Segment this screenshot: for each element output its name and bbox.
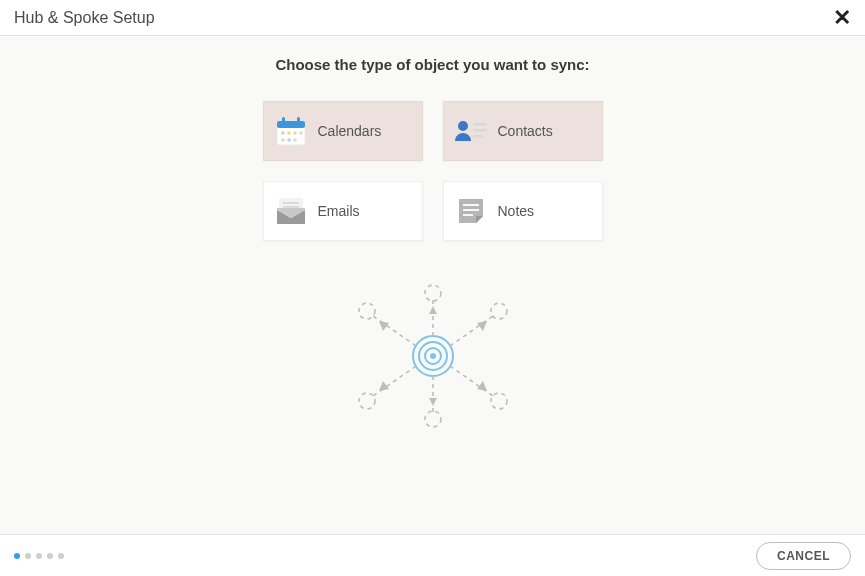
step-dot — [47, 553, 53, 559]
dialog-footer: CANCEL — [0, 534, 865, 576]
svg-point-7 — [299, 131, 303, 135]
option-emails[interactable]: Emails — [263, 181, 423, 241]
cancel-button[interactable]: CANCEL — [756, 542, 851, 570]
svg-rect-2 — [282, 117, 285, 123]
close-icon: ✕ — [833, 5, 851, 30]
step-progress-dots — [14, 553, 64, 559]
option-calendars[interactable]: Calendars — [263, 101, 423, 161]
dialog-header: Hub & Spoke Setup ✕ — [0, 0, 865, 36]
svg-marker-42 — [429, 398, 437, 406]
svg-rect-13 — [473, 129, 487, 132]
svg-point-37 — [359, 393, 375, 409]
svg-rect-21 — [463, 209, 479, 211]
svg-point-8 — [281, 138, 285, 142]
svg-rect-12 — [473, 123, 487, 126]
svg-point-11 — [458, 121, 468, 131]
svg-rect-1 — [277, 121, 305, 128]
option-contacts[interactable]: Contacts — [443, 101, 603, 161]
svg-line-32 — [373, 316, 416, 346]
svg-point-34 — [491, 303, 507, 319]
svg-point-35 — [491, 393, 507, 409]
svg-rect-16 — [283, 202, 299, 204]
note-icon — [444, 196, 498, 226]
svg-point-33 — [425, 285, 441, 301]
calendar-icon — [264, 113, 318, 149]
dialog-content: Choose the type of object you want to sy… — [0, 36, 865, 431]
svg-rect-14 — [473, 135, 483, 138]
svg-rect-3 — [297, 117, 300, 123]
svg-line-29 — [450, 366, 493, 396]
svg-point-10 — [293, 138, 297, 142]
step-dot — [36, 553, 42, 559]
instruction-text: Choose the type of object you want to sy… — [0, 56, 865, 73]
hub-spoke-diagram — [343, 281, 523, 431]
option-notes[interactable]: Notes — [443, 181, 603, 241]
svg-point-4 — [281, 131, 285, 135]
svg-point-5 — [287, 131, 291, 135]
step-dot — [25, 553, 31, 559]
option-label: Contacts — [498, 123, 553, 139]
svg-rect-22 — [463, 214, 473, 216]
svg-point-36 — [425, 411, 441, 427]
step-dot — [14, 553, 20, 559]
option-label: Notes — [498, 203, 535, 219]
svg-marker-39 — [429, 306, 437, 314]
svg-point-26 — [430, 353, 436, 359]
svg-point-38 — [359, 303, 375, 319]
svg-rect-17 — [283, 206, 299, 208]
option-label: Calendars — [318, 123, 382, 139]
svg-line-31 — [373, 366, 416, 396]
email-icon — [264, 196, 318, 226]
contact-icon — [444, 117, 498, 145]
svg-point-6 — [293, 131, 297, 135]
dialog-title: Hub & Spoke Setup — [14, 9, 155, 27]
svg-point-9 — [287, 138, 291, 142]
close-button[interactable]: ✕ — [833, 7, 851, 29]
object-type-grid: Calendars Contacts — [0, 101, 865, 241]
svg-rect-20 — [463, 204, 479, 206]
step-dot — [58, 553, 64, 559]
option-label: Emails — [318, 203, 360, 219]
svg-line-28 — [450, 316, 493, 346]
